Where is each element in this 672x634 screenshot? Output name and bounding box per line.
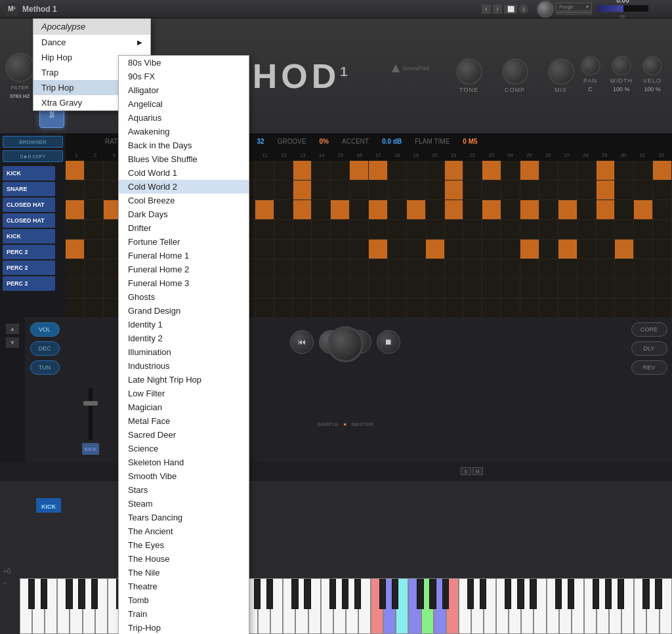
prev-patch-btn[interactable]: ‹ <box>482 5 491 14</box>
black-key-25[interactable] <box>342 579 348 609</box>
drum-kick2[interactable]: KICK <box>3 229 55 243</box>
submenu-item[interactable]: Steam <box>119 497 249 511</box>
submenu-item[interactable]: Science <box>119 442 249 455</box>
submenu-item[interactable]: Awakening <box>119 125 249 138</box>
submenu-item[interactable]: Cool Breeze <box>119 194 249 207</box>
black-key-1[interactable] <box>41 579 47 609</box>
submenu-item[interactable]: Late Night Trip Hop <box>119 373 249 387</box>
rev-btn[interactable]: REV <box>631 360 667 375</box>
submenu-item[interactable]: Dark Days <box>119 207 249 221</box>
black-key-32[interactable] <box>429 579 436 609</box>
submenu-item[interactable]: Tomb <box>119 593 249 607</box>
drum-perc1[interactable]: PERC 2 <box>3 245 55 259</box>
black-key-50[interactable] <box>655 579 662 609</box>
pan-knob[interactable] <box>581 56 600 75</box>
white-key-35[interactable] <box>459 578 471 634</box>
submenu-item[interactable]: The Ancient <box>119 524 249 538</box>
submenu-item[interactable]: Skeleton Hand <box>119 455 249 469</box>
submenu-item[interactable]: The Nile <box>119 566 249 580</box>
submenu-item[interactable]: Tears Dancing <box>119 511 249 524</box>
white-key-24[interactable] <box>321 578 333 634</box>
drum-kick[interactable]: KICK <box>3 166 55 180</box>
minus-btn[interactable]: − <box>3 580 7 587</box>
black-key-47[interactable] <box>618 579 624 609</box>
submenu-item[interactable]: Aquarius <box>119 111 249 125</box>
next-patch-btn[interactable]: › <box>493 5 502 14</box>
black-key-0[interactable] <box>28 579 35 609</box>
black-key-4[interactable] <box>78 579 85 609</box>
black-key-45[interactable] <box>593 579 599 609</box>
submenu-item[interactable]: Funeral Home 2 <box>119 263 249 276</box>
menu-top-item[interactable]: Apocalypse <box>33 19 150 34</box>
submenu-item[interactable]: Alligator <box>119 83 249 97</box>
submenu-item[interactable]: Grand Design <box>119 304 249 318</box>
comp-knob[interactable] <box>502 58 528 85</box>
submenu-item[interactable]: Low Filter <box>119 387 249 400</box>
drum-closedhat1[interactable]: CLOSED HAT <box>3 198 55 212</box>
black-key-42[interactable] <box>555 579 562 609</box>
black-key-29[interactable] <box>392 579 398 609</box>
solo-snare[interactable]: S <box>461 467 471 475</box>
submenu-item[interactable]: Stars <box>119 483 249 497</box>
submenu-item[interactable]: The House <box>119 552 249 566</box>
stop-btn[interactable]: ⏹ <box>377 330 400 354</box>
white-key-49[interactable] <box>634 578 646 634</box>
white-key-31[interactable] <box>408 578 421 634</box>
filter-knob[interactable] <box>5 53 35 82</box>
submenu-item[interactable]: 90s FX <box>119 70 249 83</box>
submenu-item[interactable]: Identity 2 <box>119 331 249 345</box>
submenu-item[interactable]: Identity 1 <box>119 318 249 331</box>
black-key-31[interactable] <box>417 579 423 609</box>
submenu-item[interactable]: Angelical <box>119 97 249 111</box>
camera-btn[interactable]: ⬜ <box>504 5 517 14</box>
submenu-item[interactable]: The Eyes <box>119 538 249 552</box>
black-key-33[interactable] <box>442 579 449 609</box>
tun-btn[interactable]: TUN <box>30 360 60 375</box>
copy-btn[interactable]: D►D COPY <box>3 150 63 162</box>
purge-btn[interactable]: Purge ▾ <box>556 3 592 11</box>
submenu-item[interactable]: 80s Vibe <box>119 56 249 70</box>
master-knob[interactable] <box>327 326 364 362</box>
mix-knob[interactable] <box>548 58 574 85</box>
submenu-item[interactable]: Metal Face <box>119 414 249 428</box>
black-key-40[interactable] <box>530 579 536 609</box>
submenu-item[interactable]: Industrious <box>119 359 249 373</box>
width-knob[interactable] <box>612 56 631 75</box>
submenu-item[interactable]: Magician <box>119 400 249 414</box>
dly-btn[interactable]: DLY <box>631 341 667 356</box>
drum-closedhat2[interactable]: CLOSED HAT <box>3 213 55 228</box>
black-key-26[interactable] <box>354 579 361 609</box>
white-key-38[interactable] <box>496 578 509 634</box>
submenu-item[interactable]: Fortune Teller <box>119 235 249 249</box>
purge-knob[interactable] <box>537 1 554 18</box>
white-key-28[interactable] <box>371 578 383 634</box>
submenu-item[interactable]: Sacred Deer <box>119 428 249 442</box>
black-key-19[interactable] <box>266 579 273 609</box>
black-key-35[interactable] <box>467 579 474 609</box>
black-key-46[interactable] <box>605 579 612 609</box>
white-key-45[interactable] <box>584 578 597 634</box>
black-key-43[interactable] <box>568 579 574 609</box>
core-btn[interactable]: CORE <box>631 322 667 337</box>
black-key-21[interactable] <box>291 579 298 609</box>
black-key-39[interactable] <box>517 579 524 609</box>
submenu-item[interactable]: Blues Vibe Shuffle <box>119 152 249 166</box>
black-key-22[interactable] <box>304 579 310 609</box>
dec-btn[interactable]: DEC <box>30 341 60 356</box>
drum-perc2[interactable]: PERC 2 <box>3 261 55 275</box>
submenu-item[interactable]: Back in the Days <box>119 138 249 152</box>
black-key-24[interactable] <box>329 579 336 609</box>
black-key-18[interactable] <box>254 579 261 609</box>
up-arrow[interactable]: ▲ <box>6 324 19 334</box>
black-key-38[interactable] <box>505 579 511 609</box>
submenu-cold-world-1[interactable]: Cold World 1 <box>119 166 249 180</box>
tone-knob[interactable] <box>456 58 482 85</box>
mute-snare[interactable]: M <box>472 467 483 475</box>
submenu-item[interactable]: Funeral Home 1 <box>119 249 249 263</box>
white-key-0[interactable] <box>20 578 32 634</box>
menu-dance[interactable]: Dance ▶ <box>33 35 150 50</box>
info-btn[interactable]: i <box>519 5 528 14</box>
prev-btn[interactable]: ⏮ <box>290 330 314 354</box>
black-key-36[interactable] <box>480 579 486 609</box>
submenu-item[interactable]: Funeral Home 3 <box>119 276 249 290</box>
